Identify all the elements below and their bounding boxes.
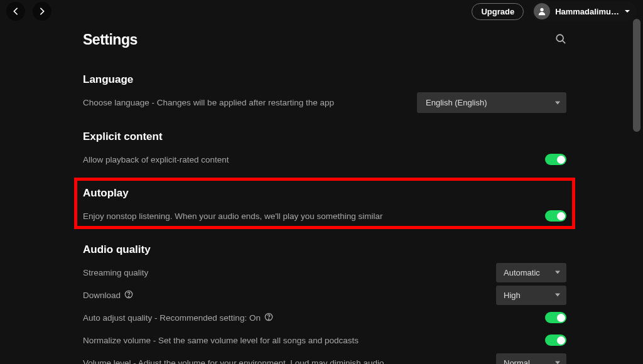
section-title: Autoplay [83,187,566,200]
search-button[interactable] [555,33,566,47]
search-icon [555,33,566,45]
autoplay-section: Autoplay Enjoy nonstop listening. When y… [83,187,566,226]
auto-adjust-row: Auto adjust quality - Recommended settin… [83,308,566,328]
download-quality-row: Download High [83,285,566,305]
section-title: Language [83,73,566,86]
audio-quality-section: Audio quality Streaming quality Automati… [83,244,566,364]
row-label: Normalize volume - Set the same volume l… [83,336,359,345]
page-header: Settings [83,31,566,48]
row-label: Choose language - Changes will be applie… [83,98,334,107]
scrollbar[interactable] [633,19,640,358]
language-select[interactable]: English (English) [417,92,566,113]
language-select-wrap: English (English) [417,92,566,113]
normalize-toggle[interactable] [545,335,566,346]
language-section: Language Choose language - Changes will … [83,73,566,113]
row-label: Auto adjust quality - Recommended settin… [83,313,273,323]
svg-point-4 [129,296,129,296]
volume-level-select[interactable]: Normal [496,353,566,365]
profile-name: Hammadalimu… [555,7,619,16]
explicit-toggle[interactable] [545,154,566,165]
language-row: Choose language - Changes will be applie… [83,92,566,113]
scrollbar-thumb[interactable] [633,19,640,132]
nav-back-button[interactable] [6,2,25,21]
page-title: Settings [83,31,138,48]
explicit-row: Allow playback of explicit-rated content [83,149,566,169]
chevron-right-icon [38,7,46,16]
section-title: Explicit content [83,131,566,143]
row-label: Download [83,290,133,301]
row-label: Volume level - Adjust the volume for you… [83,358,384,365]
autoplay-row: Enjoy nonstop listening. When your audio… [83,206,566,226]
avatar [534,3,550,19]
auto-adjust-toggle[interactable] [545,312,566,323]
normalize-row: Normalize volume - Set the same volume l… [83,330,566,350]
help-icon[interactable] [264,313,273,323]
topbar: Upgrade Hammadalimu… [0,0,643,23]
svg-line-2 [563,40,566,43]
svg-point-6 [268,318,269,319]
user-icon [538,7,546,16]
svg-point-0 [541,8,544,11]
streaming-quality-select[interactable]: Automatic [496,263,566,282]
streaming-quality-row: Streaming quality Automatic [83,262,566,282]
nav-forward-button[interactable] [33,2,51,21]
explicit-section: Explicit content Allow playback of expli… [83,131,566,169]
autoplay-toggle[interactable] [545,210,566,222]
upgrade-button[interactable]: Upgrade [472,3,524,20]
svg-point-1 [556,35,563,41]
download-quality-select[interactable]: High [496,286,566,305]
chevron-left-icon [11,7,20,16]
volume-level-row: Volume level - Adjust the volume for you… [83,353,566,364]
help-icon[interactable] [124,290,133,301]
row-label: Streaming quality [83,268,148,277]
row-label: Allow playback of explicit-rated content [83,155,229,164]
profile-menu[interactable]: Hammadalimu… [531,1,637,21]
settings-content: Settings Language Choose language - Chan… [83,31,566,364]
row-label: Enjoy nonstop listening. When your audio… [83,211,383,221]
section-title: Audio quality [83,244,566,256]
chevron-down-icon [624,6,630,17]
